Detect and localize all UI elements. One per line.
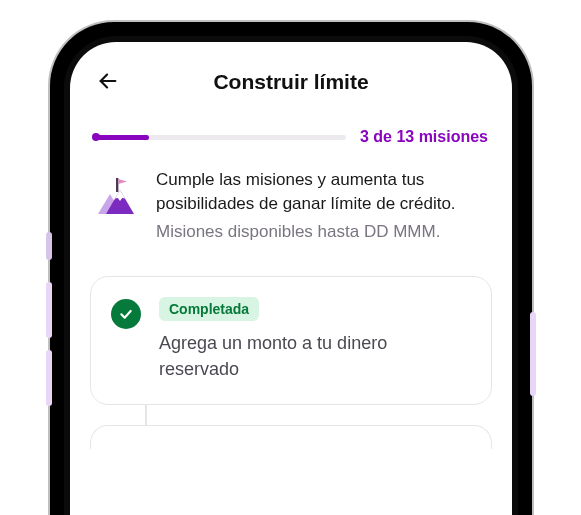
phone-frame: Construir límite 3 de 13 misiones: [50, 22, 532, 515]
app-content: Construir límite 3 de 13 misiones: [70, 42, 512, 515]
hero-subtitle: Misiones disponibles hasta DD MMM.: [156, 220, 488, 244]
progress-bar: [94, 135, 346, 140]
progress-label: 3 de 13 misiones: [360, 128, 488, 146]
screen: Construir límite 3 de 13 misiones: [70, 42, 512, 515]
mountain-flag-icon: [94, 174, 138, 218]
missions-list: Completada Agrega un monto a tu dinero r…: [70, 264, 512, 448]
progress-row: 3 de 13 misiones: [70, 128, 512, 146]
page-title: Construir límite: [70, 70, 512, 94]
mission-body: Completada Agrega un monto a tu dinero r…: [159, 297, 471, 381]
svg-rect-1: [116, 178, 118, 192]
volume-down-button: [46, 350, 52, 406]
back-button[interactable]: [90, 64, 126, 100]
timeline-connector: [145, 405, 147, 425]
hero-title: Cumple las misiones y aumenta tus posibi…: [156, 168, 488, 216]
check-icon: [111, 299, 141, 329]
status-badge: Completada: [159, 297, 259, 321]
arrow-left-icon: [97, 70, 119, 95]
mission-card-peek: [90, 425, 492, 449]
power-button: [530, 312, 536, 396]
mission-card[interactable]: Completada Agrega un monto a tu dinero r…: [90, 276, 492, 404]
navbar: Construir límite: [70, 42, 512, 122]
hero-text: Cumple las misiones y aumenta tus posibi…: [156, 168, 488, 244]
progress-fill: [94, 135, 149, 140]
stage: Construir límite 3 de 13 misiones: [0, 0, 581, 515]
phone-bezel: Construir límite 3 de 13 misiones: [64, 36, 518, 515]
volume-up-button: [46, 282, 52, 338]
hero: Cumple las misiones y aumenta tus posibi…: [70, 146, 512, 264]
mute-switch: [46, 232, 52, 260]
mission-title: Agrega un monto a tu dinero reservado: [159, 331, 471, 381]
